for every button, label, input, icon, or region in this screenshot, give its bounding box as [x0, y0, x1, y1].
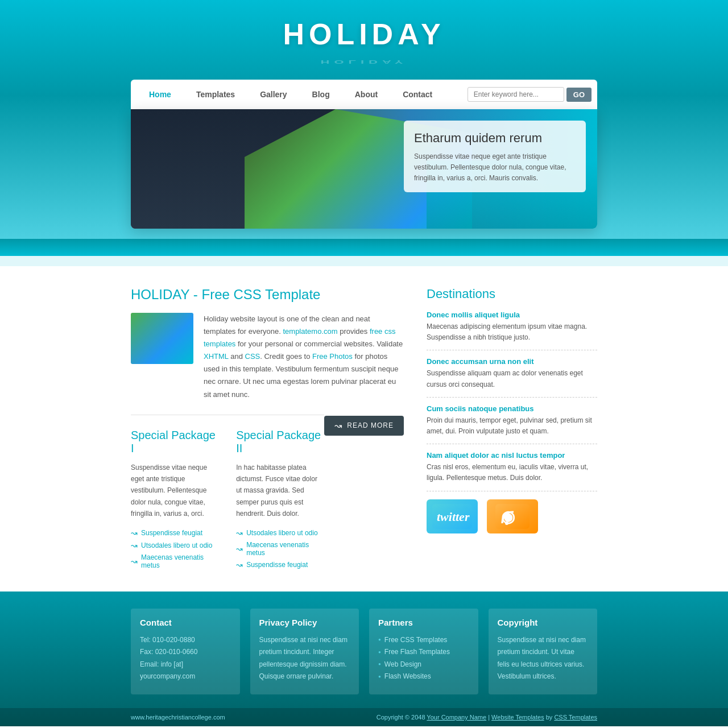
nav-templates[interactable]: Templates	[184, 80, 247, 109]
footer-partners-title: Partners	[378, 618, 469, 627]
destination-2-text: Suspendisse aliquam quam ac dolor venena…	[427, 368, 597, 390]
light-divider	[0, 256, 728, 266]
destination-4-text: Cras nisl eros, elementum eu, iaculis vi…	[427, 462, 597, 483]
twitter-icon[interactable]: twitter	[427, 499, 478, 533]
partner-link-1[interactable]: Free CSS Templates	[384, 634, 448, 647]
xhtml-link[interactable]: XHTML	[204, 352, 229, 361]
footer-inner: Contact Tel: 010-020-0880 Fax: 020-010-0…	[131, 609, 597, 694]
footer-copyright-text: Suspendisse at nisi nec diam pretium tin…	[498, 634, 589, 683]
package-2-list: Utsodales libero ut odio Maecenas venena…	[236, 527, 324, 571]
footer-tel: Tel: 010-020-0880	[140, 634, 231, 647]
divider-line	[131, 415, 324, 415]
package-1-text: Suspendisse vitae neque eget ante tristi…	[131, 462, 219, 520]
destination-4: Nam aliquet dolor ac nisl luctus tempor …	[427, 451, 597, 491]
search-button[interactable]: GO	[566, 88, 592, 102]
search-input[interactable]	[468, 87, 564, 102]
destination-1-link[interactable]: Donec mollis aliquet ligula	[427, 311, 597, 319]
destination-3: Cum sociis natoque penatibus Proin dui m…	[427, 404, 597, 444]
partner-item: Web Design	[378, 659, 469, 671]
destination-3-text: Proin dui mauris, tempor eget, pulvinar …	[427, 415, 597, 437]
svg-point-4	[505, 522, 508, 525]
package-1: Special Package I Suspendisse vitae nequ…	[131, 429, 219, 571]
nav-about[interactable]: About	[342, 80, 390, 109]
footer-copyright-title: Copyright	[498, 618, 589, 627]
footer-sep3: by	[546, 714, 555, 721]
destination-2: Donec accumsan urna non elit Suspendisse…	[427, 357, 597, 397]
footer-privacy-title: Privacy Policy	[259, 618, 350, 627]
website-templates-link[interactable]: Website Templates	[491, 714, 544, 721]
partner-link-2[interactable]: Free Flash Templates	[384, 646, 450, 659]
css-templates-link[interactable]: CSS Templates	[554, 714, 597, 721]
css-link[interactable]: CSS	[245, 352, 260, 361]
content-inner: HOLIDAY - Free CSS Template Holiday webs…	[131, 287, 597, 571]
nav-gallery[interactable]: Gallery	[247, 80, 299, 109]
nav-blog[interactable]: Blog	[300, 80, 342, 109]
destination-3-link[interactable]: Cum sociis natoque penatibus	[427, 404, 597, 413]
partner-item: Flash Websites	[378, 671, 469, 683]
destination-1: Donec mollis aliquet ligula Maecenas adi…	[427, 311, 597, 350]
footer-site-url: www.heritagechristiancollege.com	[131, 714, 225, 721]
footer-email: Email: info [at] yourcompany.com	[140, 659, 231, 683]
destination-4-link[interactable]: Nam aliquet dolor ac nisl luctus tempor	[427, 451, 597, 460]
footer-contact-title: Contact	[140, 618, 231, 627]
hero-banner: Etharum quidem rerum Suspendisse vitae n…	[131, 109, 597, 229]
footer-section: Contact Tel: 010-020-0880 Fax: 020-010-0…	[0, 592, 728, 726]
package-2-title: Special Package II	[236, 429, 324, 455]
package-2: Special Package II In hac habitasse plat…	[236, 429, 324, 571]
destination-1-text: Maecenas adipiscing elementum ipsum vita…	[427, 321, 597, 343]
company-name-link[interactable]: Your Company Name	[427, 714, 486, 721]
teal-divider	[0, 239, 728, 256]
footer-bottom-inner: www.heritagechristiancollege.com Copyrig…	[131, 714, 597, 721]
photos-link[interactable]: Free Photos	[312, 352, 353, 361]
nav-bar: Home Templates Gallery Blog About Contac…	[131, 80, 597, 109]
list-item: Suspendisse feugiat	[236, 559, 324, 571]
nav-links: Home Templates Gallery Blog About Contac…	[136, 80, 468, 109]
content-left: HOLIDAY - Free CSS Template Holiday webs…	[131, 287, 404, 571]
header-section: HOLIDAY HOLIDAY Home Templates Gallery B…	[0, 0, 728, 239]
partner-link-4[interactable]: Flash Websites	[384, 671, 431, 683]
banner-heading: Etharum quidem rerum	[414, 131, 576, 146]
footer-partners-list: Free CSS Templates Free Flash Templates …	[378, 634, 469, 683]
partner-item: Free CSS Templates	[378, 634, 469, 647]
read-more-button[interactable]: ↝ READ MORE	[324, 416, 404, 436]
list-item: Utsodales libero ut odio	[236, 527, 324, 539]
banner-text: Suspendisse vitae neque eget ante tristi…	[414, 151, 576, 184]
footer-bottom: www.heritagechristiancollege.com Copyrig…	[0, 708, 728, 726]
footer-fax: Fax: 020-010-0660	[140, 646, 231, 659]
content-right: Destinations Donec mollis aliquet ligula…	[427, 287, 597, 571]
site-title: HOLIDAY	[0, 17, 728, 51]
nav-home[interactable]: Home	[136, 80, 184, 109]
nav-contact[interactable]: Contact	[390, 80, 445, 109]
main-content: HOLIDAY - Free CSS Template Holiday webs…	[0, 266, 728, 592]
footer-copyright-line: Copyright © 2048 Your Company Name | Web…	[377, 714, 597, 721]
partner-link-3[interactable]: Web Design	[384, 659, 421, 671]
list-item: Suspendisse feugiat	[131, 527, 219, 539]
destination-2-link[interactable]: Donec accumsan urna non elit	[427, 357, 597, 366]
footer-partners: Partners Free CSS Templates Free Flash T…	[369, 609, 478, 694]
footer-copyright-col: Copyright Suspendisse at nisi nec diam p…	[489, 609, 598, 694]
site-title-reflection: HOLIDAY	[0, 59, 728, 65]
footer-privacy-text: Suspendisse at nisi nec diam pretium tin…	[259, 634, 350, 683]
social-row: twitter ◉	[427, 499, 597, 533]
read-more-icon: ↝	[334, 420, 342, 431]
rss-icon[interactable]: ◉	[487, 499, 538, 533]
package-1-list: Suspendisse feugiat Utsodales libero ut …	[131, 527, 219, 571]
svg-text:twitter: twitter	[437, 510, 470, 524]
main-section-title: HOLIDAY - Free CSS Template	[131, 287, 404, 303]
destinations-title: Destinations	[427, 287, 597, 301]
footer-privacy: Privacy Policy Suspendisse at nisi nec d…	[250, 609, 359, 694]
list-item: Maecenas venenatis metus	[236, 539, 324, 559]
package-2-text: In hac habitasse platea dictumst. Fusce …	[236, 462, 324, 520]
nav-search-area: GO	[468, 87, 592, 102]
intro-image	[131, 313, 193, 364]
intro-text: Holiday website layout is one of the cle…	[204, 313, 404, 401]
packages-row: Special Package I Suspendisse vitae nequ…	[131, 429, 324, 571]
partner-item: Free Flash Templates	[378, 646, 469, 659]
templatemo-link[interactable]: templatemo.com	[283, 327, 337, 336]
list-item: Maecenas venenatis metus	[131, 552, 219, 571]
footer-contact: Contact Tel: 010-020-0880 Fax: 020-010-0…	[131, 609, 240, 694]
list-item: Utsodales libero ut odio	[131, 539, 219, 552]
banner-overlay: Etharum quidem rerum Suspendisse vitae n…	[404, 121, 586, 192]
intro-block: Holiday website layout is one of the cle…	[131, 313, 404, 401]
read-more-label: READ MORE	[347, 421, 394, 429]
